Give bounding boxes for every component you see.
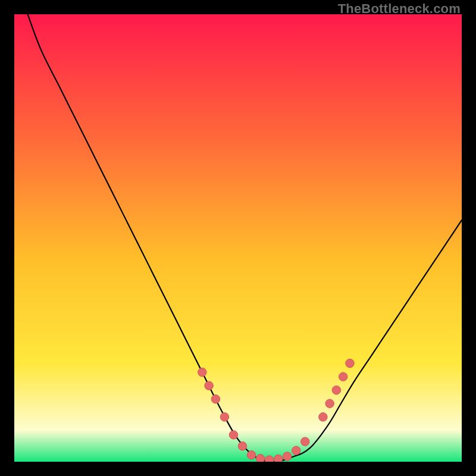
- highlight-dot: [319, 413, 327, 421]
- highlight-dot: [247, 451, 255, 459]
- highlight-dot: [265, 456, 273, 462]
- highlight-dot: [256, 455, 264, 462]
- highlight-dot: [220, 413, 228, 421]
- bottleneck-chart: [14, 14, 462, 462]
- highlight-dot: [229, 431, 237, 439]
- highlight-dot: [332, 386, 340, 394]
- highlight-dot: [205, 381, 213, 390]
- highlight-dot: [292, 446, 300, 455]
- highlight-dot: [339, 372, 347, 381]
- highlight-dot: [346, 359, 354, 367]
- highlight-dot: [238, 441, 246, 450]
- highlight-dot: [198, 368, 206, 376]
- gradient-background: [14, 14, 462, 462]
- highlight-dot: [325, 399, 334, 408]
- highlight-dot: [211, 395, 220, 403]
- highlight-dot: [283, 452, 292, 461]
- highlight-dot: [301, 437, 309, 446]
- chart-frame: [14, 14, 462, 462]
- highlight-dot: [274, 455, 282, 462]
